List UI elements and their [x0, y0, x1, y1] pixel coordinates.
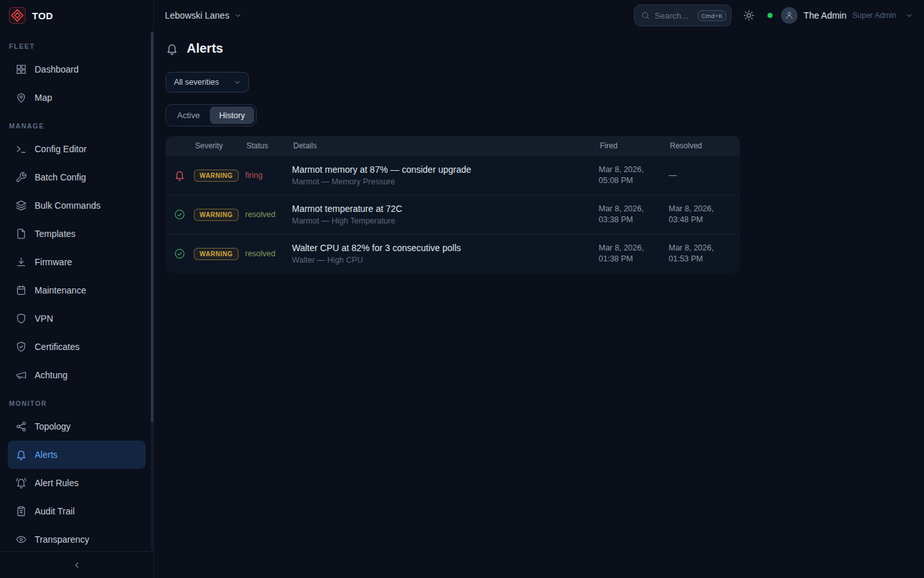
- sidebar-collapse-button[interactable]: [67, 556, 87, 575]
- sidebar-nav: FLEET Dashboard Map MANAGE: [0, 31, 153, 551]
- alert-title: Walter CPU at 82% for 3 consecutive poll…: [292, 243, 590, 253]
- column-resolved: Resolved: [669, 141, 740, 150]
- check-circle-icon: [174, 209, 185, 220]
- sidebar-scrollbar[interactable]: [151, 31, 153, 550]
- fired-time: Mar 8, 2026, 05:08 PM: [599, 164, 669, 186]
- badge-check-icon: [15, 341, 27, 353]
- bell-icon: [166, 42, 178, 55]
- alerts-table-header: Severity Status Details Fired Resolved: [166, 136, 740, 155]
- theme-toggle-button[interactable]: [739, 6, 758, 25]
- column-details: Details: [292, 141, 599, 150]
- alerts-table-body: WARNING firing Marmot memory at 87% — co…: [166, 155, 740, 273]
- sidebar-item-label: Achtung: [35, 370, 67, 380]
- chevron-left-icon: [72, 560, 82, 570]
- chevron-down-icon: [905, 11, 914, 20]
- sidebar-item-maintenance[interactable]: Maintenance: [8, 276, 146, 304]
- megaphone-icon: [15, 369, 27, 381]
- user-icon: [785, 11, 794, 20]
- download-icon: [15, 256, 27, 268]
- tab-history[interactable]: History: [210, 107, 253, 124]
- sidebar-item-dashboard[interactable]: Dashboard: [8, 55, 146, 83]
- org-selector-label: Lebowski Lanes: [165, 10, 229, 21]
- sidebar-section-fleet: Dashboard Map: [8, 55, 146, 112]
- alert-subtitle: Marmot — High Temperature: [292, 216, 590, 225]
- alert-subtitle: Marmot — Memory Pressure: [292, 177, 590, 186]
- fired-time: Mar 8, 2026, 03:38 PM: [599, 204, 669, 225]
- sidebar-item-certificates[interactable]: Certificates: [8, 333, 146, 361]
- bell-icon: [15, 449, 27, 460]
- terminal-icon: [15, 143, 27, 155]
- sidebar-section-label-fleet: FLEET: [9, 42, 144, 50]
- sidebar-header: TOD: [0, 0, 153, 31]
- layers-icon: [15, 200, 27, 211]
- org-selector[interactable]: Lebowski Lanes: [165, 10, 243, 21]
- sidebar-item-label: Firmware: [35, 257, 72, 267]
- sidebar-item-vpn[interactable]: VPN: [8, 304, 146, 333]
- sidebar-item-achtung[interactable]: Achtung: [8, 361, 146, 389]
- severity-filter-dropdown[interactable]: All severities: [166, 72, 249, 92]
- tab-active[interactable]: Active: [168, 107, 209, 124]
- sidebar-section-label-monitor: MONITOR: [9, 399, 144, 407]
- app-name: TOD: [32, 10, 53, 21]
- calendar-icon: [15, 285, 27, 296]
- search-input[interactable]: Search... Cmd+K: [634, 4, 732, 26]
- sidebar-item-firmware[interactable]: Firmware: [8, 248, 146, 276]
- map-pin-icon: [15, 92, 27, 103]
- search-shortcut-badge: Cmd+K: [697, 10, 726, 21]
- fired-time: Mar 8, 2026, 01:38 PM: [599, 243, 669, 265]
- severity-filter-value: All severities: [174, 78, 219, 87]
- eye-icon: [15, 534, 27, 545]
- connection-status-dot: [767, 13, 773, 18]
- sidebar-item-label: Maintenance: [35, 285, 86, 295]
- alert-subtitle: Walter — High CPU: [292, 256, 590, 265]
- sidebar-item-transparency[interactable]: Transparency: [8, 525, 146, 551]
- sidebar-item-alerts[interactable]: Alerts: [8, 441, 146, 469]
- sidebar-item-bulk-commands[interactable]: Bulk Commands: [8, 191, 146, 220]
- chevron-down-icon: [234, 11, 243, 20]
- sidebar-item-label: Audit Trail: [35, 506, 74, 516]
- column-severity: Severity: [194, 141, 245, 150]
- user-menu[interactable]: The Admin Super Admin: [781, 7, 914, 24]
- sidebar-item-label: Topology: [35, 421, 71, 432]
- bell-icon: [174, 170, 185, 181]
- sidebar-section-monitor: Topology Alerts Alert Rules Audi: [8, 412, 146, 551]
- sidebar-scrollbar-thumb[interactable]: [151, 32, 153, 423]
- sidebar-item-label: Templates: [35, 229, 76, 239]
- page-header: Alerts: [166, 41, 924, 56]
- severity-badge: WARNING: [194, 170, 239, 182]
- bell-ring-icon: [15, 477, 27, 489]
- sidebar-item-config-editor[interactable]: Config Editor: [8, 135, 146, 163]
- topology-icon: [15, 421, 27, 432]
- avatar: [781, 7, 798, 24]
- sidebar: TOD FLEET Dashboard Map MANAGE: [0, 0, 154, 578]
- file-icon: [15, 228, 27, 240]
- sidebar-section-label-manage: MANAGE: [9, 122, 144, 130]
- column-status: Status: [245, 141, 292, 150]
- sidebar-item-topology[interactable]: Topology: [8, 412, 146, 441]
- search-icon: [641, 11, 650, 20]
- column-fired: Fired: [599, 141, 669, 150]
- alerts-table: Severity Status Details Fired Resolved W…: [166, 136, 740, 273]
- content: Alerts All severities Active History Sev…: [154, 31, 924, 578]
- sidebar-item-label: Certificates: [35, 342, 80, 352]
- alerts-tabs: Active History: [166, 104, 257, 127]
- sidebar-item-label: Transparency: [35, 534, 89, 545]
- sidebar-item-audit-trail[interactable]: Audit Trail: [8, 497, 146, 525]
- sidebar-item-templates[interactable]: Templates: [8, 220, 146, 248]
- sidebar-item-batch-config[interactable]: Batch Config: [8, 163, 146, 191]
- main-area: Lebowski Lanes Search... Cmd+K The Admin…: [154, 0, 924, 578]
- alert-row[interactable]: WARNING resolved Marmot temperature at 7…: [166, 195, 740, 234]
- alert-row[interactable]: WARNING resolved Walter CPU at 82% for 3…: [166, 234, 740, 273]
- alert-title: Marmot memory at 87% — consider upgrade: [292, 164, 590, 175]
- alert-row[interactable]: WARNING firing Marmot memory at 87% — co…: [166, 155, 740, 195]
- sidebar-item-map[interactable]: Map: [8, 83, 146, 112]
- grid-icon: [15, 64, 27, 75]
- sidebar-item-label: Alert Rules: [35, 478, 78, 488]
- status-text: resolved: [245, 210, 292, 219]
- resolved-time: Mar 8, 2026, 01:53 PM: [669, 243, 740, 265]
- sun-icon: [743, 10, 755, 21]
- sidebar-item-label: Alerts: [35, 450, 58, 460]
- app-logo-icon: [9, 7, 26, 24]
- sidebar-item-alert-rules[interactable]: Alert Rules: [8, 469, 146, 497]
- shield-icon: [15, 313, 27, 324]
